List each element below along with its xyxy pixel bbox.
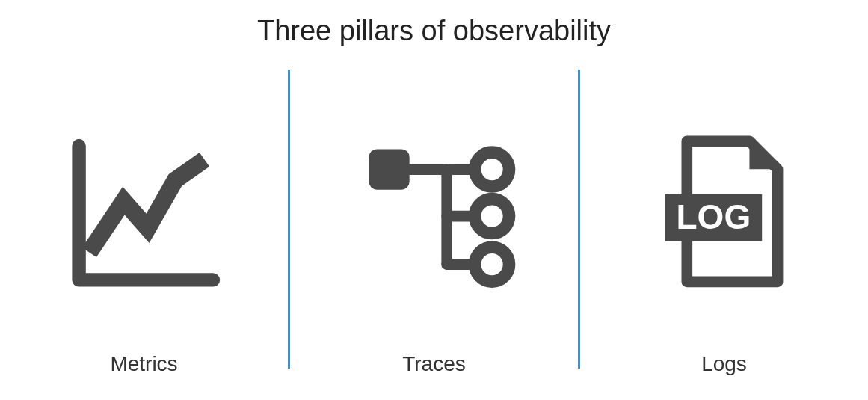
svg-rect-0 [369, 150, 409, 190]
logs-icon-wrapper: LOG [642, 92, 807, 337]
svg-text:LOG: LOG [676, 197, 751, 236]
pillars-container: Metrics Traces [0, 70, 868, 384]
pillar-logs: LOG Logs [580, 70, 868, 384]
pillar-traces-label: Traces [402, 352, 466, 376]
pillar-traces: Traces [290, 70, 578, 384]
metrics-chart-icon [58, 129, 230, 301]
traces-icon-wrapper [341, 92, 528, 337]
logs-file-icon: LOG [642, 129, 807, 301]
pillar-logs-label: Logs [701, 352, 747, 376]
svg-point-1 [475, 153, 509, 187]
pillar-metrics-label: Metrics [110, 352, 177, 376]
svg-point-2 [475, 199, 509, 233]
traces-tree-icon [341, 129, 528, 301]
pillar-metrics: Metrics [0, 70, 288, 384]
metrics-icon-wrapper [58, 92, 230, 337]
svg-point-3 [475, 247, 509, 282]
diagram-title: Three pillars of observability [257, 15, 611, 47]
